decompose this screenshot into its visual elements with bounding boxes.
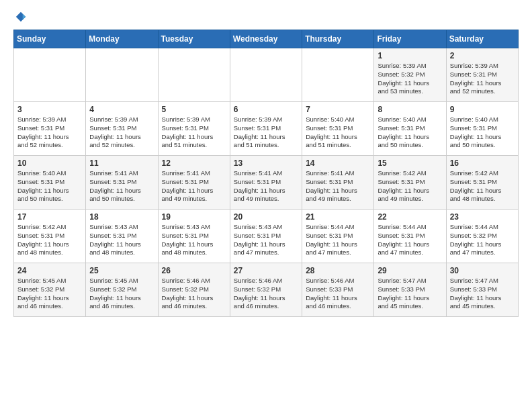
calendar-day-cell: 26Sunrise: 5:46 AMSunset: 5:32 PMDayligh… (158, 263, 230, 317)
calendar-day-cell: 7Sunrise: 5:40 AMSunset: 5:31 PMDaylight… (302, 102, 374, 156)
calendar-day-cell: 30Sunrise: 5:47 AMSunset: 5:33 PMDayligh… (446, 263, 518, 317)
calendar-day-cell: 21Sunrise: 5:44 AMSunset: 5:31 PMDayligh… (302, 210, 374, 263)
day-info: Sunrise: 5:39 AMSunset: 5:31 PMDaylight:… (89, 116, 154, 150)
calendar-day-cell: 13Sunrise: 5:41 AMSunset: 5:31 PMDayligh… (230, 156, 302, 210)
day-number: 25 (89, 266, 154, 275)
calendar-day-header: Saturday (446, 30, 518, 48)
day-number: 17 (17, 212, 82, 222)
day-info: Sunrise: 5:44 AMSunset: 5:31 PMDaylight:… (378, 223, 442, 257)
day-number: 7 (306, 105, 370, 114)
day-info: Sunrise: 5:46 AMSunset: 5:32 PMDaylight:… (162, 277, 226, 311)
calendar-day-cell: 12Sunrise: 5:41 AMSunset: 5:31 PMDayligh… (158, 156, 230, 210)
calendar-day-cell: 19Sunrise: 5:43 AMSunset: 5:31 PMDayligh… (158, 210, 230, 263)
day-info: Sunrise: 5:44 AMSunset: 5:32 PMDaylight:… (450, 223, 515, 257)
day-info: Sunrise: 5:46 AMSunset: 5:32 PMDaylight:… (234, 277, 298, 311)
day-number: 30 (450, 266, 515, 275)
calendar-day-header: Wednesday (230, 30, 302, 48)
calendar-day-cell: 18Sunrise: 5:43 AMSunset: 5:31 PMDayligh… (86, 210, 158, 263)
day-info: Sunrise: 5:47 AMSunset: 5:33 PMDaylight:… (450, 277, 515, 311)
calendar-day-cell: 15Sunrise: 5:42 AMSunset: 5:31 PMDayligh… (374, 156, 446, 210)
header (13, 11, 519, 23)
calendar-day-cell: 1Sunrise: 5:39 AMSunset: 5:32 PMDaylight… (374, 48, 446, 102)
calendar-day-cell: 3Sunrise: 5:39 AMSunset: 5:31 PMDaylight… (14, 102, 86, 156)
calendar-day-cell: 27Sunrise: 5:46 AMSunset: 5:32 PMDayligh… (230, 263, 302, 317)
calendar-day-cell: 11Sunrise: 5:41 AMSunset: 5:31 PMDayligh… (86, 156, 158, 210)
day-info: Sunrise: 5:41 AMSunset: 5:31 PMDaylight:… (234, 169, 298, 203)
calendar-day-header: Tuesday (158, 30, 230, 48)
day-number: 1 (378, 51, 442, 60)
calendar-day-cell (302, 48, 374, 102)
calendar-day-cell: 8Sunrise: 5:40 AMSunset: 5:31 PMDaylight… (374, 102, 446, 156)
calendar-day-cell: 23Sunrise: 5:44 AMSunset: 5:32 PMDayligh… (446, 210, 518, 263)
day-info: Sunrise: 5:44 AMSunset: 5:31 PMDaylight:… (306, 223, 370, 257)
calendar-day-cell: 24Sunrise: 5:45 AMSunset: 5:32 PMDayligh… (14, 263, 86, 317)
day-number: 23 (450, 212, 515, 222)
day-info: Sunrise: 5:45 AMSunset: 5:32 PMDaylight:… (17, 277, 82, 311)
day-info: Sunrise: 5:45 AMSunset: 5:32 PMDaylight:… (89, 277, 154, 311)
day-number: 27 (234, 266, 298, 275)
day-number: 18 (89, 212, 154, 222)
day-number: 24 (17, 266, 82, 275)
calendar-week-row: 24Sunrise: 5:45 AMSunset: 5:32 PMDayligh… (14, 263, 519, 317)
day-info: Sunrise: 5:43 AMSunset: 5:31 PMDaylight:… (89, 223, 154, 257)
day-info: Sunrise: 5:39 AMSunset: 5:31 PMDaylight:… (17, 116, 82, 150)
calendar-day-cell: 14Sunrise: 5:41 AMSunset: 5:31 PMDayligh… (302, 156, 374, 210)
calendar-table: SundayMondayTuesdayWednesdayThursdayFrid… (13, 30, 519, 317)
day-number: 2 (450, 51, 515, 60)
calendar-day-cell (86, 48, 158, 102)
day-info: Sunrise: 5:42 AMSunset: 5:31 PMDaylight:… (450, 169, 515, 203)
day-number: 8 (378, 105, 442, 114)
day-info: Sunrise: 5:39 AMSunset: 5:31 PMDaylight:… (162, 116, 226, 150)
day-number: 20 (234, 212, 298, 222)
day-number: 5 (162, 105, 226, 114)
logo-icon (15, 11, 27, 23)
calendar-week-row: 3Sunrise: 5:39 AMSunset: 5:31 PMDaylight… (14, 102, 519, 156)
day-number: 15 (378, 158, 442, 168)
calendar-day-header: Thursday (302, 30, 374, 48)
calendar-week-row: 17Sunrise: 5:42 AMSunset: 5:31 PMDayligh… (14, 210, 519, 263)
calendar-day-cell (14, 48, 86, 102)
calendar-day-cell (158, 48, 230, 102)
logo (13, 11, 27, 23)
day-number: 11 (89, 158, 154, 168)
calendar-week-row: 10Sunrise: 5:40 AMSunset: 5:31 PMDayligh… (14, 156, 519, 210)
day-info: Sunrise: 5:40 AMSunset: 5:31 PMDaylight:… (306, 116, 370, 150)
day-info: Sunrise: 5:39 AMSunset: 5:31 PMDaylight:… (450, 62, 515, 96)
day-info: Sunrise: 5:40 AMSunset: 5:31 PMDaylight:… (450, 116, 515, 150)
day-number: 22 (378, 212, 442, 222)
day-info: Sunrise: 5:40 AMSunset: 5:31 PMDaylight:… (378, 116, 442, 150)
day-info: Sunrise: 5:42 AMSunset: 5:31 PMDaylight:… (17, 223, 82, 257)
calendar-day-cell: 16Sunrise: 5:42 AMSunset: 5:31 PMDayligh… (446, 156, 518, 210)
calendar-day-cell: 10Sunrise: 5:40 AMSunset: 5:31 PMDayligh… (14, 156, 86, 210)
day-number: 19 (162, 212, 226, 222)
calendar-day-header: Monday (86, 30, 158, 48)
day-info: Sunrise: 5:43 AMSunset: 5:31 PMDaylight:… (234, 223, 298, 257)
day-number: 3 (17, 105, 82, 114)
svg-marker-1 (23, 14, 26, 20)
day-number: 16 (450, 158, 515, 168)
calendar-week-row: 1Sunrise: 5:39 AMSunset: 5:32 PMDaylight… (14, 48, 519, 102)
day-number: 28 (306, 266, 370, 275)
day-number: 6 (234, 105, 298, 114)
day-info: Sunrise: 5:42 AMSunset: 5:31 PMDaylight:… (378, 169, 442, 203)
day-number: 29 (378, 266, 442, 275)
calendar-day-header: Sunday (14, 30, 86, 48)
day-info: Sunrise: 5:46 AMSunset: 5:33 PMDaylight:… (306, 277, 370, 311)
calendar-day-cell: 6Sunrise: 5:39 AMSunset: 5:31 PMDaylight… (230, 102, 302, 156)
day-number: 12 (162, 158, 226, 168)
day-info: Sunrise: 5:41 AMSunset: 5:31 PMDaylight:… (89, 169, 154, 203)
calendar-day-cell: 9Sunrise: 5:40 AMSunset: 5:31 PMDaylight… (446, 102, 518, 156)
calendar-day-cell: 4Sunrise: 5:39 AMSunset: 5:31 PMDaylight… (86, 102, 158, 156)
day-number: 14 (306, 158, 370, 168)
calendar-day-cell: 29Sunrise: 5:47 AMSunset: 5:33 PMDayligh… (374, 263, 446, 317)
calendar-day-cell (230, 48, 302, 102)
calendar-day-cell: 17Sunrise: 5:42 AMSunset: 5:31 PMDayligh… (14, 210, 86, 263)
day-info: Sunrise: 5:43 AMSunset: 5:31 PMDaylight:… (162, 223, 226, 257)
day-info: Sunrise: 5:39 AMSunset: 5:31 PMDaylight:… (234, 116, 298, 150)
calendar-day-cell: 22Sunrise: 5:44 AMSunset: 5:31 PMDayligh… (374, 210, 446, 263)
calendar-day-cell: 28Sunrise: 5:46 AMSunset: 5:33 PMDayligh… (302, 263, 374, 317)
day-number: 13 (234, 158, 298, 168)
day-number: 26 (162, 266, 226, 275)
calendar-day-header: Friday (374, 30, 446, 48)
calendar-day-cell: 20Sunrise: 5:43 AMSunset: 5:31 PMDayligh… (230, 210, 302, 263)
